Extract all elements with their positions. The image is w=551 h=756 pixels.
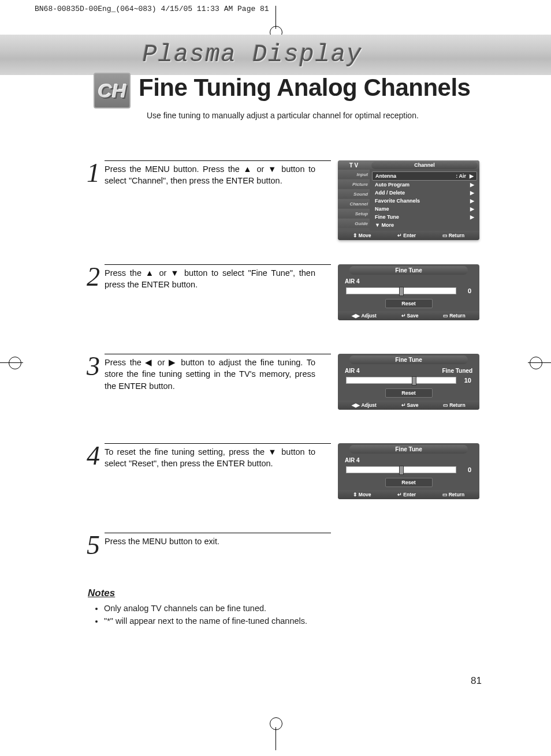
osd-header-channel: Channel	[371, 162, 478, 169]
osd-footer-hint: ▭ Return	[442, 233, 464, 238]
osd-footer-hint: ▭ Return	[443, 402, 465, 408]
step-1: 1 Press the MENU button. Press the ▲ or …	[87, 160, 479, 253]
notes-section: Notes Only analog TV channels can be fin…	[88, 587, 481, 628]
step-text: Press the ◀ or ▶ button to adjust the fi…	[105, 357, 315, 392]
ft-status: Fine Tuned	[442, 368, 472, 374]
ft-value: 0	[460, 466, 471, 473]
step-4: 4 To reset the fine tuning setting, pres…	[87, 443, 479, 521]
print-header: BN68-00835D-00Eng_(064~083) 4/15/05 11:3…	[35, 5, 269, 13]
osd-footer-hint: ▭ Return	[442, 492, 464, 497]
osd-menu-list: Antenna: Air▶Auto Program▶Add / Delete▶F…	[370, 170, 479, 231]
ft-slider	[346, 377, 456, 384]
osd-footer-hint: ↵ Enter	[397, 233, 416, 238]
osd-tabs: InputPictureSoundChannelSetupGuide	[338, 170, 370, 231]
osd-tab: Guide	[338, 219, 370, 228]
ft-title: Fine Tune	[349, 445, 468, 454]
ft-reset-button: Reset	[385, 388, 433, 398]
osd-footer: ⇕ Move↵ Enter▭ Return	[338, 490, 479, 499]
osd-footer-hint: ↵ Save	[401, 313, 419, 319]
osd-footer: ⇕ Move↵ Enter▭ Return	[338, 231, 479, 240]
step-2: 2 Press the ▲ or ▼ button to select "Fin…	[87, 264, 479, 342]
notes-heading: Notes	[88, 587, 481, 599]
osd-menu-item: Auto Program▶	[372, 181, 477, 189]
step-number: 5	[87, 535, 100, 556]
ft-slider-thumb-icon	[399, 287, 404, 296]
osd-footer-hint: ◀▶ Adjust	[352, 402, 376, 408]
ft-slider-thumb-icon	[399, 466, 404, 475]
note-item: "*" will appear next to the name of fine…	[104, 615, 481, 627]
ch-badge-icon: CH	[94, 73, 131, 108]
crop-mark-icon	[276, 727, 276, 750]
crop-mark-icon	[528, 362, 551, 363]
osd-menu-item: Add / Delete▶	[372, 189, 477, 197]
step-text: Press the ▲ or ▼ button to select "Fine …	[105, 267, 315, 291]
osd-footer-hint: ↵ Enter	[397, 492, 416, 497]
osd-fine-tune-0: Fine TuneAIR 40Reset◀▶ Adjust↵ Save▭ Ret…	[338, 264, 479, 320]
osd-menu-item: Favorite Channels▶	[372, 197, 477, 205]
note-item: Only analog TV channels can be fine tune…	[104, 602, 481, 614]
osd-channel-menu: T V Channel InputPictureSoundChannelSetu…	[338, 160, 479, 240]
osd-footer-hint: ↵ Save	[401, 402, 419, 408]
page-title: Fine Tuning Analog Channels	[139, 74, 470, 102]
crop-mark-icon	[0, 362, 23, 363]
osd-menu-item: Fine Tune▶	[372, 213, 477, 221]
step-5: 5 Press the MENU button to exit.	[87, 533, 479, 556]
page-number: 81	[471, 675, 482, 687]
ft-channel: AIR 4	[345, 278, 360, 285]
ft-title: Fine Tune	[349, 355, 468, 364]
step-number: 1	[87, 163, 100, 184]
osd-footer-hint: ⇕ Move	[353, 492, 371, 497]
step-number: 4	[87, 446, 100, 467]
osd-footer-hint: ⇕ Move	[353, 233, 371, 238]
osd-menu-item: Name▶	[372, 205, 477, 213]
osd-menu-item: Antenna: Air▶	[372, 171, 477, 181]
osd-tab: Sound	[338, 189, 370, 199]
ft-channel: AIR 4	[345, 368, 360, 374]
osd-tab: Channel	[338, 199, 370, 208]
ft-slider	[346, 287, 456, 294]
osd-tab: Input	[338, 170, 370, 179]
page-subtitle: Use fine tuning to manually adjust a par…	[147, 111, 419, 120]
osd-fine-tune-2: Fine TuneAIR 40Reset⇕ Move↵ Enter▭ Retur…	[338, 443, 479, 499]
ft-title: Fine Tune	[349, 266, 468, 275]
banner: Plasma Display	[0, 35, 551, 75]
osd-footer: ◀▶ Adjust↵ Save▭ Return	[338, 401, 479, 410]
step-text: To reset the fine tuning setting, press …	[105, 446, 315, 470]
osd-footer-hint: ◀▶ Adjust	[352, 313, 376, 319]
steps-container: 1 Press the MENU button. Press the ▲ or …	[87, 160, 479, 568]
ft-channel: AIR 4	[345, 457, 360, 463]
osd-fine-tune-1: Fine TuneAIR 4Fine Tuned10Reset◀▶ Adjust…	[338, 354, 479, 410]
osd-menu-item: ▼ More	[372, 221, 477, 229]
step-3: 3 Press the ◀ or ▶ button to adjust the …	[87, 354, 479, 432]
osd-tab: Picture	[338, 179, 370, 189]
step-text: Press the MENU button. Press the ▲ or ▼ …	[105, 163, 315, 187]
osd-header-tv: T V	[338, 162, 370, 169]
osd-footer: ◀▶ Adjust↵ Save▭ Return	[338, 311, 479, 320]
ft-slider	[346, 466, 456, 473]
ft-value: 10	[460, 377, 471, 384]
ft-reset-button: Reset	[385, 299, 433, 308]
crop-mark-icon	[276, 6, 276, 29]
ft-reset-button: Reset	[385, 478, 433, 487]
banner-title: Plasma Display	[143, 41, 363, 69]
ft-value: 0	[460, 287, 471, 294]
osd-footer-hint: ▭ Return	[443, 313, 465, 319]
step-text: Press the MENU button to exit.	[105, 536, 315, 547]
osd-tab: Setup	[338, 209, 370, 218]
step-number: 3	[87, 356, 100, 377]
page: BN68-00835D-00Eng_(064~083) 4/15/05 11:3…	[0, 0, 551, 756]
step-number: 2	[87, 267, 100, 288]
ft-slider-thumb-icon	[412, 376, 416, 386]
notes-list: Only analog TV channels can be fine tune…	[88, 602, 481, 627]
